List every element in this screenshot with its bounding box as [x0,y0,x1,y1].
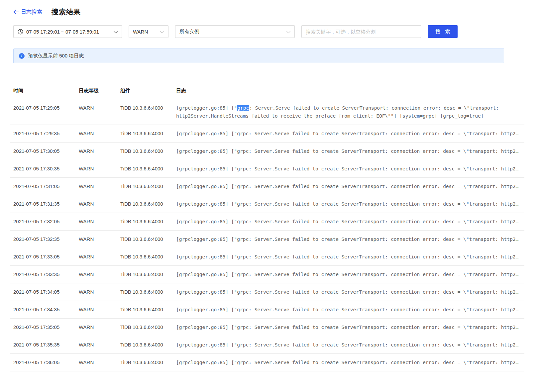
page-title: 搜索结果 [52,7,81,17]
log-text: [grpclogger.go:85] ["grpc: Server.Serve … [176,358,521,366]
back-link[interactable]: 日志搜索 [13,9,42,16]
cell-log: [grpclogger.go:85] ["grpc: Server.Serve … [173,266,524,283]
cell-level: WARN [75,125,117,143]
cell-time: 2021-07-05 17:33:05 [10,248,75,266]
cell-level: WARN [75,248,117,266]
cell-component: TiDB 10.3.6.6:4000 [117,283,173,301]
cell-time: 2021-07-05 17:31:35 [10,195,75,213]
cell-log: [grpclogger.go:85] ["grpc: Server.Serve … [173,336,524,354]
cell-component: TiDB 10.3.6.6:4000 [117,178,173,195]
table-row[interactable]: 2021-07-05 17:32:05 WARN TiDB 10.3.6.6:4… [10,213,524,231]
cell-time: 2021-07-05 17:30:05 [10,143,75,160]
cell-component: TiDB 10.3.6.6:4000 [117,354,173,371]
cell-time: 2021-07-05 17:35:35 [10,336,75,354]
arrow-left-icon [13,10,19,14]
column-header-time: 时间 [10,83,75,99]
table-row[interactable]: 2021-07-05 17:33:35 WARN TiDB 10.3.6.6:4… [10,266,524,283]
cell-level: WARN [75,336,117,354]
cell-level: WARN [75,301,117,319]
cell-log: [grpclogger.go:85] ["grpc: Server.Serve … [173,125,524,143]
log-text: [grpclogger.go:85] ["grpc: Server.Serve … [176,235,521,243]
cell-component: TiDB 10.3.6.6:4000 [117,319,173,336]
info-icon: i [19,53,25,59]
log-text: [grpclogger.go:85] [" [176,105,237,111]
log-level-value: WARN [133,29,148,35]
cell-component: TiDB 10.3.6.6:4000 [117,301,173,319]
instance-select[interactable]: 所有实例 [175,25,295,38]
cell-log: [grpclogger.go:85] ["grpc: Server.Serve … [173,231,524,248]
info-alert: i 预览仅显示前 500 项日志 [13,49,504,63]
cell-log: [grpclogger.go:85] ["grpc: Server.Serve … [173,354,524,371]
log-text: [grpclogger.go:85] ["grpc: Server.Serve … [176,200,521,208]
cell-time: 2021-07-05 17:32:35 [10,231,75,248]
keyword-highlight: grpc [237,105,249,111]
table-row[interactable]: 2021-07-05 17:32:35 WARN TiDB 10.3.6.6:4… [10,231,524,248]
column-header-component: 组件 [117,83,173,99]
cell-component: TiDB 10.3.6.6:4000 [117,248,173,266]
search-button[interactable]: 搜 索 [428,25,458,38]
cell-time: 2021-07-05 17:29:05 [10,99,75,125]
log-text: [grpclogger.go:85] ["grpc: Server.Serve … [176,218,521,226]
cell-level: WARN [75,266,117,283]
cell-time: 2021-07-05 17:31:05 [10,178,75,195]
column-header-level: 日志等级 [75,83,117,99]
cell-level: WARN [75,354,117,371]
cell-log: [grpclogger.go:85] ["grpc: Server.Serve … [173,213,524,231]
back-link-label: 日志搜索 [21,9,42,16]
log-text: [grpclogger.go:85] ["grpc: Server.Serve … [176,147,521,155]
cell-component: TiDB 10.3.6.6:4000 [117,213,173,231]
table-row[interactable]: 2021-07-05 17:29:35 WARN TiDB 10.3.6.6:4… [10,125,524,143]
cell-level: WARN [75,213,117,231]
cell-component: TiDB 10.3.6.6:4000 [117,231,173,248]
cell-level: WARN [75,160,117,178]
cell-time: 2021-07-05 17:33:35 [10,266,75,283]
cell-time: 2021-07-05 17:34:05 [10,283,75,301]
cell-component: TiDB 10.3.6.6:4000 [117,143,173,160]
info-alert-text: 预览仅显示前 500 项日志 [28,53,84,59]
cell-component: TiDB 10.3.6.6:4000 [117,160,173,178]
keyword-input[interactable] [306,29,417,35]
table-row[interactable]: 2021-07-05 17:33:05 WARN TiDB 10.3.6.6:4… [10,248,524,266]
log-text: [grpclogger.go:85] ["grpc: Server.Serve … [176,165,521,173]
cell-log: [grpclogger.go:85] ["grpc: Server.Serve … [173,301,524,319]
table-row[interactable]: 2021-07-05 17:35:05 WARN TiDB 10.3.6.6:4… [10,319,524,336]
cell-level: WARN [75,143,117,160]
cell-log: [grpclogger.go:85] ["grpc: Server.Serve … [173,319,524,336]
log-text: [grpclogger.go:85] ["grpc: Server.Serve … [176,253,521,261]
log-text: [grpclogger.go:85] ["grpc: Server.Serve … [176,270,521,278]
cell-time: 2021-07-05 17:30:35 [10,160,75,178]
chevron-down-icon [114,29,118,35]
table-row[interactable]: 2021-07-05 17:34:35 WARN TiDB 10.3.6.6:4… [10,301,524,319]
table-row[interactable]: 2021-07-05 17:30:05 WARN TiDB 10.3.6.6:4… [10,143,524,160]
cell-time: 2021-07-05 17:36:05 [10,354,75,371]
filter-bar: 07-05 17:29:01 ~ 07-05 17:59:01 WARN 所有实… [13,25,521,38]
cell-level: WARN [75,231,117,248]
log-text: [grpclogger.go:85] ["grpc: Server.Serve … [176,323,521,331]
cell-component: TiDB 10.3.6.6:4000 [117,125,173,143]
time-range-picker[interactable]: 07-05 17:29:01 ~ 07-05 17:59:01 [13,25,122,38]
cell-level: WARN [75,178,117,195]
table-row[interactable]: 2021-07-05 17:36:05 WARN TiDB 10.3.6.6:4… [10,354,524,371]
chevron-down-icon [286,29,290,35]
cell-component: TiDB 10.3.6.6:4000 [117,336,173,354]
table-header-row: 时间 日志等级 组件 日志 [10,83,524,99]
table-row[interactable]: 2021-07-05 17:31:05 WARN TiDB 10.3.6.6:4… [10,178,524,195]
cell-level: WARN [75,319,117,336]
time-range-value: 07-05 17:29:01 ~ 07-05 17:59:01 [26,29,99,35]
log-level-select[interactable]: WARN [129,25,168,38]
page-header: 日志搜索 搜索结果 [13,7,521,17]
table-row[interactable]: 2021-07-05 17:31:35 WARN TiDB 10.3.6.6:4… [10,195,524,213]
cell-log: [grpclogger.go:85] ["grpc: Server.Serve … [173,178,524,195]
cell-level: WARN [75,195,117,213]
log-text: [grpclogger.go:85] ["grpc: Server.Serve … [176,341,521,349]
chevron-down-icon [160,29,164,35]
cell-log: [grpclogger.go:85] ["grpc: Server.Serve … [173,143,524,160]
table-row[interactable]: 2021-07-05 17:35:35 WARN TiDB 10.3.6.6:4… [10,336,524,354]
table-row[interactable]: 2021-07-05 17:30:35 WARN TiDB 10.3.6.6:4… [10,160,524,178]
table-row[interactable]: 2021-07-05 17:34:05 WARN TiDB 10.3.6.6:4… [10,283,524,301]
table-row-expanded[interactable]: 2021-07-05 17:29:05 WARN TiDB 10.3.6.6:4… [10,99,524,125]
cell-log: [grpclogger.go:85] ["grpc: Server.Serve … [173,160,524,178]
cell-component: TiDB 10.3.6.6:4000 [117,266,173,283]
cell-component: TiDB 10.3.6.6:4000 [117,195,173,213]
cell-log: [grpclogger.go:85] ["grpc: Server.Serve … [173,248,524,266]
